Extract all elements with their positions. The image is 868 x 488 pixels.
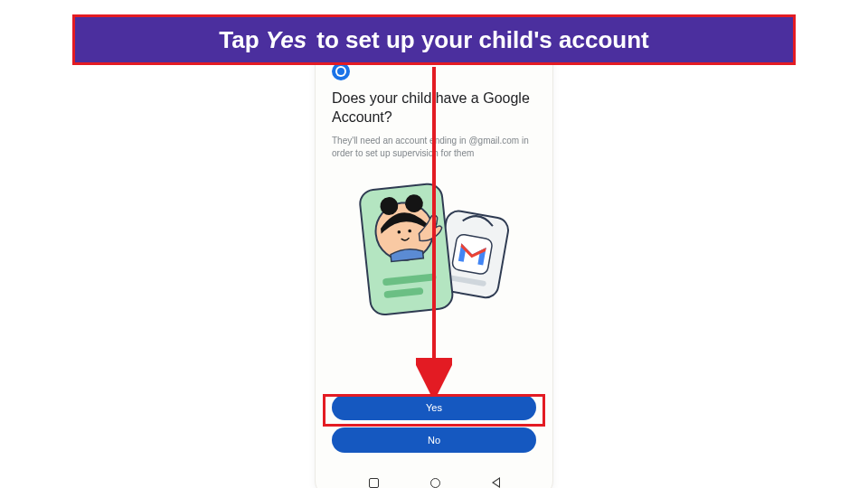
instruction-banner: Tap Yes to set up your child's account [72,14,796,65]
yes-button[interactable]: Yes [332,395,536,420]
banner-suffix: to set up your child's account [316,26,648,54]
family-link-icon [332,62,350,80]
home-icon[interactable] [430,478,440,488]
recent-apps-icon[interactable] [369,478,379,488]
question-title: Does your child have a Google Account? [332,89,536,127]
back-icon[interactable] [492,477,500,488]
no-button[interactable]: No [332,427,536,453]
svg-rect-1 [451,233,493,275]
illustration [332,173,536,335]
phone-frame: Does your child have a Google Account? T… [315,45,553,488]
banner-prefix: Tap [219,26,259,54]
button-group: Yes No [316,395,552,469]
banner-emphasis: Yes [266,26,307,54]
question-subtitle: They'll need an account ending in @gmail… [332,135,536,160]
phone-screen: Does your child have a Google Account? T… [316,46,552,395]
android-navbar [316,469,552,488]
